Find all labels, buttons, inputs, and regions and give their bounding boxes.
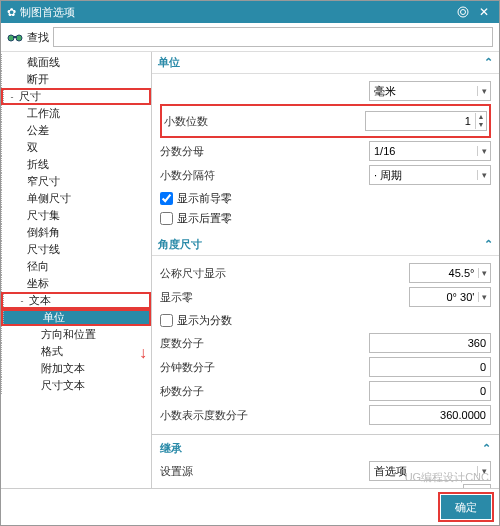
source-select[interactable]: ▾: [369, 461, 491, 481]
collapse-icon[interactable]: -: [17, 296, 27, 306]
tree-item-label: 文本: [29, 293, 51, 308]
dec-deg-label: 小数表示度数分子: [160, 408, 369, 423]
section-units-title: 单位: [158, 55, 484, 70]
svg-point-1: [461, 10, 466, 15]
tree-item-label: 尺寸文本: [41, 378, 85, 393]
tree-item-label: 附加文本: [41, 361, 85, 376]
binoculars-icon: [7, 31, 23, 43]
decimals-label: 小数位数: [164, 114, 365, 129]
denom-label: 分数分母: [160, 144, 369, 159]
tree-item[interactable]: 尺寸线: [1, 241, 151, 258]
nominal-select[interactable]: ▾: [409, 263, 491, 283]
tree-item[interactable]: 工作流: [1, 105, 151, 122]
tree-item[interactable]: 坐标: [1, 275, 151, 292]
tree-item[interactable]: -尺寸: [1, 88, 151, 105]
chevron-up-icon[interactable]: ⌃: [482, 442, 491, 455]
footer: UG编程设计CNC 确定: [1, 488, 499, 525]
tree-item[interactable]: 公差: [1, 122, 151, 139]
tree-item[interactable]: 窄尺寸: [1, 173, 151, 190]
deg-num-input[interactable]: [369, 333, 491, 353]
tree-pane[interactable]: 截面线断开-尺寸工作流公差双折线窄尺寸单侧尺寸尺寸集倒斜角尺寸线径向坐标-文本单…: [1, 52, 152, 488]
tree-item-label: 单位: [43, 310, 65, 325]
search-label: 查找: [27, 30, 49, 45]
tree-item-label: 折线: [27, 157, 49, 172]
chevron-up-icon[interactable]: ⌃: [484, 56, 493, 69]
svg-point-0: [458, 7, 468, 17]
chevron-down-icon[interactable]: ▾: [478, 268, 490, 278]
zero-label: 显示零: [160, 290, 409, 305]
tree-item[interactable]: 格式: [1, 343, 151, 360]
min-num-input[interactable]: [369, 357, 491, 377]
close-button[interactable]: ✕: [475, 5, 493, 19]
tree-item-label: 格式: [41, 344, 63, 359]
chevron-down-icon[interactable]: ▾: [477, 146, 490, 156]
chevron-down-icon[interactable]: ▾: [477, 86, 490, 96]
units-unit-select[interactable]: ▾: [369, 81, 491, 101]
tree-item-label: 断开: [27, 72, 49, 87]
window-title: 制图首选项: [20, 5, 457, 20]
ok-button[interactable]: 确定: [441, 495, 491, 519]
dec-deg-input[interactable]: [369, 405, 491, 425]
tree-item[interactable]: 倒斜角: [1, 224, 151, 241]
min-num-label: 分钟数分子: [160, 360, 369, 375]
section-units-header[interactable]: 单位 ⌃: [152, 52, 499, 74]
tree-item-label: 截面线: [27, 55, 60, 70]
tree-item-label: 尺寸: [19, 89, 41, 104]
section-angle-title: 角度尺寸: [158, 237, 484, 252]
chevron-up-icon[interactable]: ⌃: [484, 238, 493, 251]
tree-item-label: 公差: [27, 123, 49, 138]
tree-item-label: 双: [27, 140, 38, 155]
tree-item[interactable]: 单位: [1, 309, 151, 326]
sep-select[interactable]: ▾: [369, 165, 491, 185]
spin-down-icon[interactable]: ▼: [476, 121, 486, 129]
tree-item-label: 坐标: [27, 276, 49, 291]
tree-item-label: 方向和位置: [41, 327, 96, 342]
section-angle-header[interactable]: 角度尺寸 ⌃: [152, 234, 499, 256]
tree-item-label: 倒斜角: [27, 225, 60, 240]
tree-item-label: 尺寸线: [27, 242, 60, 257]
tree-item[interactable]: 尺寸文本: [1, 377, 151, 394]
decimals-spinner[interactable]: ▲▼: [365, 111, 487, 131]
tree-item[interactable]: 断开: [1, 71, 151, 88]
zero-select[interactable]: ▾: [409, 287, 491, 307]
source-label: 设置源: [160, 464, 369, 479]
tree-item[interactable]: 双: [1, 139, 151, 156]
sep-label: 小数分隔符: [160, 168, 369, 183]
tree-item[interactable]: 单侧尺寸: [1, 190, 151, 207]
inherit-header[interactable]: 继承 ⌃: [160, 439, 491, 458]
sec-num-label: 秒数分子: [160, 384, 369, 399]
leading-zero-checkbox[interactable]: 显示前导零: [160, 188, 491, 208]
spin-up-icon[interactable]: ▲: [476, 113, 486, 121]
collapse-icon[interactable]: -: [7, 92, 17, 102]
sec-num-input[interactable]: [369, 381, 491, 401]
show-as-fraction-checkbox[interactable]: 显示为分数: [160, 310, 491, 330]
tree-item[interactable]: 附加文本: [1, 360, 151, 377]
tree-item[interactable]: 径向: [1, 258, 151, 275]
tree-item-label: 单侧尺寸: [27, 191, 71, 206]
trailing-zero-checkbox[interactable]: 显示后置零: [160, 208, 491, 228]
gear-icon: ✿: [7, 6, 16, 19]
titlebar: ✿ 制图首选项 ✕: [1, 1, 499, 23]
tree-item-label: 尺寸集: [27, 208, 60, 223]
nominal-label: 公称尺寸显示: [160, 266, 409, 281]
search-input[interactable]: [53, 27, 493, 47]
tree-item[interactable]: 折线: [1, 156, 151, 173]
red-arrow-annotation: ↓: [139, 344, 147, 362]
tree-item-label: 工作流: [27, 106, 60, 121]
tree-item-label: 窄尺寸: [27, 174, 60, 189]
chevron-down-icon[interactable]: ▾: [478, 292, 490, 302]
chevron-down-icon[interactable]: ▾: [477, 466, 490, 476]
help-button[interactable]: [457, 6, 475, 18]
deg-num-label: 度数分子: [160, 336, 369, 351]
tree-item[interactable]: 尺寸集: [1, 207, 151, 224]
chevron-down-icon[interactable]: ▾: [477, 170, 490, 180]
denom-select[interactable]: ▾: [369, 141, 491, 161]
decimals-highlight: 小数位数 ▲▼: [160, 104, 491, 138]
tree-item[interactable]: 方向和位置: [1, 326, 151, 343]
tree-item[interactable]: -文本: [1, 292, 151, 309]
search-row: 查找: [1, 23, 499, 52]
detail-pane: 单位 ⌃ ▾ 小数位数 ▲▼ 分数分: [152, 52, 499, 488]
tree-item[interactable]: 截面线: [1, 54, 151, 71]
tree-item-label: 径向: [27, 259, 49, 274]
svg-rect-4: [13, 36, 17, 38]
